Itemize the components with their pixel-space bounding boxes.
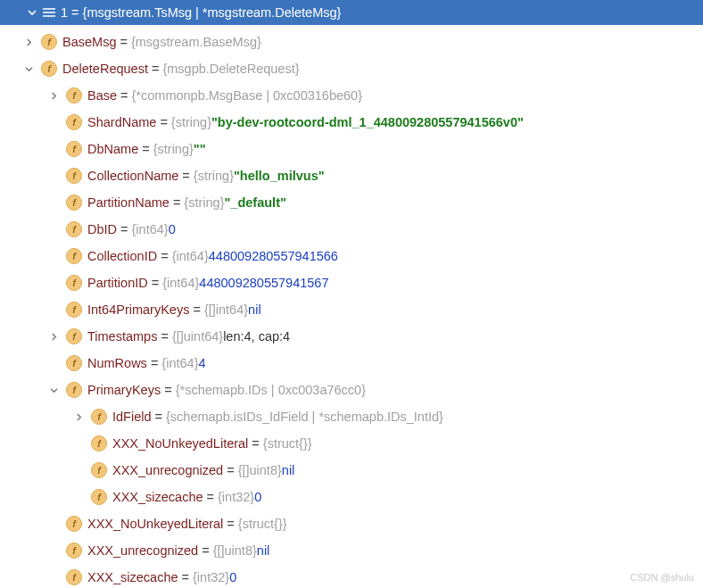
equals-sign: = — [120, 35, 127, 49]
field-name: XXX_unrecognized — [112, 463, 223, 477]
equals-sign: = — [155, 410, 162, 424]
field-type: {schemapb.isIDs_IdField | *schemapb.IDs_… — [166, 410, 443, 424]
tree-row[interactable]: fCollectionID = {int64} 4480092805579415… — [0, 243, 703, 269]
equals-sign: = — [120, 88, 128, 103]
field-icon: f — [66, 516, 82, 532]
tree-row[interactable]: fNumRows = {int64} 4 — [0, 350, 703, 377]
equals-sign: = — [120, 222, 128, 236]
field-icon: f — [66, 168, 82, 184]
field-icon: f — [91, 489, 107, 505]
equals-sign: = — [202, 543, 209, 558]
field-name: XXX_sizecache — [112, 490, 203, 504]
field-type: {msgstream.BaseMsg} — [131, 35, 261, 49]
tree-row[interactable]: fXXX_sizecache = {int32} 0 — [0, 484, 703, 510]
field-icon: f — [41, 61, 57, 77]
equals-sign: = — [161, 329, 168, 344]
watermark: CSDN @shulu — [630, 572, 694, 583]
tree-row[interactable]: fPartitionName = {string} "_default" — [0, 189, 703, 216]
tree-row[interactable]: fXXX_unrecognized = {[]uint8} nil — [0, 537, 703, 564]
tree-row[interactable]: fBase = {*commonpb.MsgBase | 0xc00316be6… — [0, 82, 703, 109]
field-icon: f — [66, 542, 82, 559]
field-icon: f — [41, 34, 57, 50]
field-type: {int32} — [193, 570, 229, 584]
chevron-down-icon[interactable] — [25, 8, 39, 17]
chevron-right-icon[interactable] — [46, 333, 61, 341]
chevron-right-icon[interactable] — [71, 413, 86, 421]
field-type: {int64} — [132, 222, 169, 236]
tree-row[interactable]: fShardName = {string} "by-dev-rootcoord-… — [0, 109, 703, 136]
equals-sign: = — [152, 62, 159, 76]
field-icon: f — [66, 569, 82, 585]
chevron-down-icon[interactable] — [46, 386, 61, 394]
field-type: {int64} — [172, 249, 209, 263]
field-value-string: "hello_milvus" — [234, 169, 325, 183]
field-name: CollectionName — [87, 169, 178, 183]
field-icon: f — [66, 87, 82, 104]
field-type: {struct{}} — [263, 436, 312, 451]
tree-row[interactable]: fIdField = {schemapb.isIDs_IdField | *sc… — [0, 403, 703, 430]
field-name: ShardName — [87, 115, 156, 129]
field-icon: f — [66, 141, 82, 157]
chevron-right-icon[interactable] — [46, 92, 61, 100]
equals-sign: = — [182, 570, 189, 584]
equals-sign: = — [160, 115, 167, 129]
tree-row[interactable]: fTimestamps = {[]uint64} len:4, cap:4 — [0, 323, 703, 350]
equals-sign: = — [164, 383, 171, 397]
field-value-number: nil — [257, 543, 270, 558]
tree-row[interactable]: fXXX_sizecache = {int32} 0 — [0, 564, 703, 588]
field-name: XXX_unrecognized — [87, 543, 198, 558]
field-icon: f — [66, 221, 82, 237]
tree-row[interactable]: fDeleteRequest = {msgpb.DeleteRequest} — [0, 55, 703, 82]
tree-row[interactable]: fDbID = {int64} 0 — [0, 216, 703, 243]
field-name: Base — [87, 88, 117, 103]
field-value-number: 448009280557941566 — [209, 249, 338, 263]
equals-sign: = — [173, 195, 180, 210]
chevron-down-icon[interactable] — [21, 65, 36, 73]
field-icon: f — [91, 409, 107, 425]
field-name: PrimaryKeys — [87, 383, 161, 397]
tree-row[interactable]: fXXX_NoUnkeyedLiteral = {struct{}} — [0, 430, 703, 457]
field-icon: f — [66, 248, 82, 264]
field-name: XXX_NoUnkeyedLiteral — [87, 517, 223, 531]
tree-row[interactable]: fPrimaryKeys = {*schemapb.IDs | 0xc003a7… — [0, 377, 703, 403]
equals-sign: = — [252, 436, 259, 451]
equals-sign: = — [227, 517, 234, 531]
field-type: {*schemapb.IDs | 0xc003a76cc0} — [176, 383, 366, 397]
field-name: DeleteRequest — [62, 62, 148, 76]
field-icon: f — [91, 435, 107, 451]
field-type: {string} — [153, 142, 194, 156]
field-icon: f — [66, 382, 82, 398]
field-type: {struct{}} — [238, 517, 287, 531]
equals-sign: = — [227, 463, 234, 477]
chevron-right-icon[interactable] — [21, 38, 36, 46]
field-name: XXX_NoUnkeyedLiteral — [112, 436, 248, 451]
field-value-string: "_default" — [225, 195, 286, 210]
tree-row[interactable]: fPartitionID = {int64} 44800928055794156… — [0, 269, 703, 296]
field-type: {string} — [171, 115, 211, 129]
field-value-string: "" — [194, 142, 206, 156]
field-type: {int32} — [218, 490, 254, 504]
equals-sign: = — [152, 276, 159, 290]
field-value-number: 4 — [198, 356, 205, 370]
field-value-number: nil — [248, 302, 261, 317]
tree-row[interactable]: fXXX_NoUnkeyedLiteral = {struct{}} — [0, 510, 703, 537]
field-name: DbID — [87, 222, 117, 236]
field-name: NumRows — [87, 356, 147, 370]
tree-row[interactable]: fXXX_unrecognized = {[]uint8} nil — [0, 457, 703, 484]
field-value-number: 0 — [229, 570, 236, 584]
equals-sign: = — [151, 356, 158, 370]
field-type: {int64} — [161, 356, 198, 370]
field-icon: f — [66, 275, 82, 291]
field-type: {msgpb.DeleteRequest} — [162, 62, 299, 76]
equals-sign: = — [207, 490, 214, 504]
field-icon: f — [66, 328, 82, 344]
field-type: {string} — [184, 195, 224, 210]
debug-header: 1 = {msgstream.TsMsg | *msgstream.Delete… — [0, 0, 703, 25]
tree-row[interactable]: fInt64PrimaryKeys = {[]int64} nil — [0, 296, 703, 323]
field-name: IdField — [112, 410, 152, 424]
field-value-number: 0 — [254, 490, 261, 504]
tree-row[interactable]: fDbName = {string} "" — [0, 136, 703, 162]
tree-row[interactable]: fCollectionName = {string} "hello_milvus… — [0, 162, 703, 189]
tree-row[interactable]: fBaseMsg = {msgstream.BaseMsg} — [0, 29, 703, 55]
field-name: PartitionName — [87, 195, 170, 210]
